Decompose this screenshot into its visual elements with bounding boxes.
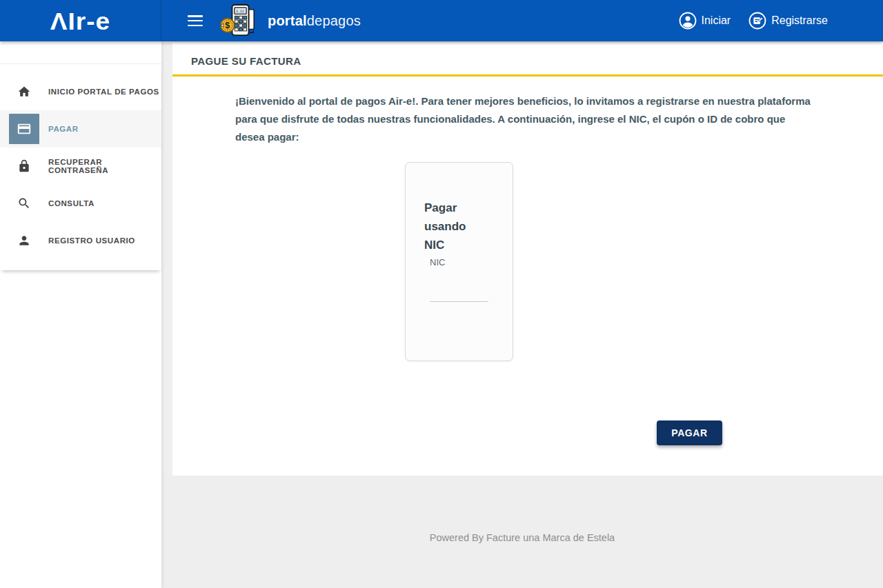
brand-zone: ΛIr-e xyxy=(0,0,161,41)
nic-field: NIC xyxy=(430,257,499,302)
page-title: PAGUE SU FACTURA xyxy=(191,55,301,67)
sidebar-top-divider xyxy=(0,41,161,64)
person-icon xyxy=(9,225,39,256)
portal-logo-icon: 1.11 $ xyxy=(218,3,262,38)
welcome-text: ¡Bienvenido al portal de pagos Air-e!. P… xyxy=(235,92,816,146)
footer: Powered By Facture una Marca de Estela xyxy=(161,476,883,588)
login-button[interactable]: Iniciar xyxy=(679,12,731,30)
sidebar-item-recuperar[interactable]: RECUPERAR CONTRASEÑA xyxy=(0,148,161,185)
lock-icon xyxy=(9,151,39,181)
nic-field-label: NIC xyxy=(430,257,499,267)
aire-logo: ΛIr-e xyxy=(50,8,110,33)
main-content: PAGUE SU FACTURA ¡Bienvenido al portal d… xyxy=(172,43,883,476)
register-label: Registrarse xyxy=(771,14,828,27)
pay-nic-card: Pagar usando NIC NIC xyxy=(405,162,513,361)
sidebar: INICIO PORTAL DE PAGOS PAGAR RECUPERAR C… xyxy=(0,41,161,588)
pay-button[interactable]: PAGAR xyxy=(657,420,722,445)
svg-text:1.11: 1.11 xyxy=(236,10,244,13)
sidebar-item-label: CONSULTA xyxy=(48,199,95,207)
nic-input[interactable] xyxy=(430,283,488,302)
sidebar-item-registro[interactable]: REGISTRO USUARIO xyxy=(0,222,161,259)
sidebar-item-label: REGISTRO USUARIO xyxy=(48,236,135,245)
sidebar-item-consulta[interactable]: CONSULTA xyxy=(0,185,161,222)
home-icon xyxy=(9,77,39,107)
sidebar-item-label: PAGAR xyxy=(48,125,79,133)
sidebar-item-inicio[interactable]: INICIO PORTAL DE PAGOS xyxy=(0,73,161,110)
login-label: Iniciar xyxy=(702,14,731,27)
sidebar-menu: INICIO PORTAL DE PAGOS PAGAR RECUPERAR C… xyxy=(0,64,161,270)
app-title-regular: depagos xyxy=(307,13,361,28)
app-title-bold: portal xyxy=(268,13,307,28)
nic-card-title: Pagar usando NIC xyxy=(424,199,488,254)
app-title: portaldepagos xyxy=(268,13,361,29)
credit-card-icon xyxy=(9,114,39,144)
register-icon xyxy=(748,12,766,30)
register-button[interactable]: Registrarse xyxy=(748,12,828,30)
svg-text:$: $ xyxy=(225,21,230,30)
top-header: ΛIr-e 1.11 $ po xyxy=(0,0,883,41)
yellow-divider xyxy=(172,74,883,77)
portal-page: ΛIr-e 1.11 $ po xyxy=(0,0,883,588)
sidebar-item-label: RECUPERAR CONTRASEÑA xyxy=(48,158,161,174)
powered-by-text: Powered By Facture una Marca de Estela xyxy=(430,532,615,543)
search-icon xyxy=(9,188,39,219)
sidebar-item-pagar[interactable]: PAGAR xyxy=(0,110,161,148)
account-circle-icon xyxy=(679,12,697,30)
sidebar-item-label: INICIO PORTAL DE PAGOS xyxy=(48,88,159,96)
menu-toggle-icon[interactable] xyxy=(188,15,203,26)
